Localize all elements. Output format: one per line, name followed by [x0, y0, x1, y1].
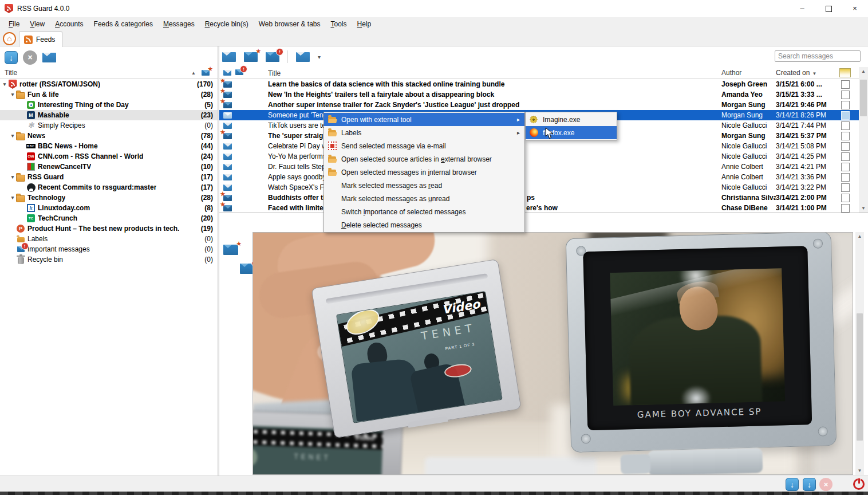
feed-item[interactable]: ▾ Linuxtoday.com (8): [0, 203, 218, 213]
expand-arrow-icon[interactable]: ▾: [1, 81, 8, 87]
feed-item[interactable]: ▾ Recycle bin (0): [0, 254, 218, 265]
feed-item[interactable]: ▾ News (78): [0, 131, 218, 141]
messages-list-header[interactable]: Title Author Created on▼: [219, 67, 859, 79]
minimize-button[interactable]: –: [789, 0, 815, 17]
message-row[interactable]: Apple says goodbye Annie Colbert 3/14/21…: [219, 172, 859, 182]
message-envelope-icon[interactable]: [223, 205, 232, 211]
message-actions-button[interactable]: [296, 52, 310, 62]
context-menu-item[interactable]: Send selected message via e-mail ▸: [324, 139, 524, 152]
messages-scrollbar[interactable]: ▲ ▼: [859, 67, 868, 213]
mark-unread-toolbar-button[interactable]: [244, 52, 258, 62]
message-state-cell[interactable]: [219, 184, 235, 191]
message-flag-box[interactable]: [841, 111, 850, 120]
preview-scrollbar[interactable]: ▲ ▼: [855, 232, 864, 475]
header-created-column[interactable]: Created on▼: [776, 69, 831, 77]
message-flag-box[interactable]: [841, 163, 850, 171]
feed-item[interactable]: ▾ BBC News - Home (44): [0, 141, 218, 151]
home-tab-button[interactable]: ⌂: [3, 32, 16, 45]
feed-item[interactable]: ▾ Simply Recipes (0): [0, 120, 218, 131]
submenu-item[interactable]: Imagine.exe: [526, 113, 617, 126]
context-menu-item[interactable]: Delete selected messages ▸: [324, 218, 524, 231]
feed-item[interactable]: ▾ TechCrunch (20): [0, 213, 218, 223]
menubar-item[interactable]: View: [25, 18, 50, 30]
messages-scrollbar-thumb[interactable]: [860, 80, 867, 116]
message-row[interactable]: Faced with limiteere's how Chase DiBene …: [219, 203, 859, 213]
message-flag-cell[interactable]: [831, 111, 859, 120]
header-title-column[interactable]: Title: [268, 68, 721, 78]
message-flag-cell[interactable]: [831, 173, 859, 182]
statusbar-power-button[interactable]: [853, 478, 865, 490]
preview-scrollbar-thumb[interactable]: [857, 313, 863, 441]
statusbar-download-button[interactable]: ↓: [786, 478, 799, 491]
menubar-item[interactable]: File: [3, 18, 25, 30]
menubar-item[interactable]: Accounts: [50, 18, 88, 30]
message-state-cell[interactable]: [219, 81, 235, 88]
message-envelope-icon[interactable]: [223, 143, 232, 150]
header-read-column[interactable]: [219, 70, 235, 76]
message-row[interactable]: Celebrate Pi Day wit Nicole Gallucci 3/1…: [219, 141, 859, 151]
context-menu-item[interactable]: Switch importance of selected messages ▸: [324, 205, 524, 218]
message-flag-cell[interactable]: [831, 132, 859, 140]
message-flag-box[interactable]: [841, 80, 850, 89]
feeds-header-unread-icon[interactable]: [202, 70, 210, 76]
message-flag-box[interactable]: [841, 132, 850, 140]
message-flag-box[interactable]: [841, 152, 850, 161]
tab-feeds[interactable]: Feeds: [19, 32, 62, 47]
mark-feed-read-button[interactable]: [42, 53, 56, 62]
scroll-up-icon[interactable]: ▲: [859, 69, 868, 74]
message-flag-box[interactable]: [841, 173, 850, 182]
message-flag-cell[interactable]: [831, 91, 859, 99]
message-state-cell[interactable]: [219, 123, 235, 129]
message-flag-cell[interactable]: [831, 101, 859, 109]
preview-scroll-down-icon[interactable]: ▼: [855, 468, 864, 473]
statusbar-download2-button[interactable]: ↓: [803, 478, 816, 491]
message-flag-box[interactable]: [841, 142, 850, 151]
feed-item[interactable]: ▾ RSS Guard (17): [0, 172, 218, 182]
message-row[interactable]: Buddhists offer thps Christianna Silva 3…: [219, 192, 859, 203]
message-flag-box[interactable]: [841, 183, 850, 192]
context-menu-item[interactable]: Mark selected messages as unread ▸: [324, 192, 524, 205]
message-flag-box[interactable]: [841, 194, 850, 202]
header-importance-column[interactable]: [235, 69, 268, 77]
message-flag-box[interactable]: [841, 121, 850, 130]
close-button[interactable]: ×: [842, 0, 868, 17]
context-menu-item[interactable]: Open with external tool ▸: [324, 113, 524, 126]
preview-mark-unread-button[interactable]: [223, 245, 238, 255]
header-flag-column[interactable]: [831, 68, 859, 77]
message-envelope-icon[interactable]: [223, 92, 232, 98]
message-envelope-icon[interactable]: [223, 102, 232, 108]
context-menu-item[interactable]: Open selected source articles in externa…: [324, 152, 524, 166]
message-row[interactable]: Learn the basics of data science with th…: [219, 79, 859, 89]
menubar-item[interactable]: Web browser & tabs: [254, 18, 326, 30]
message-state-cell[interactable]: [219, 112, 235, 119]
message-envelope-icon[interactable]: [223, 184, 232, 191]
message-row[interactable]: Yo-Yo Ma performs s Nicole Gallucci 3/14…: [219, 151, 859, 162]
message-state-cell[interactable]: [219, 143, 235, 150]
cancel-update-button[interactable]: ×: [23, 50, 37, 65]
message-row[interactable]: New 'In the Heights' trailers tell a fai…: [219, 89, 859, 100]
feed-item[interactable]: ▾ Product Hunt – The best new products i…: [0, 223, 218, 234]
scroll-down-icon[interactable]: ▼: [859, 206, 868, 211]
menubar-item[interactable]: Help: [352, 18, 377, 30]
message-flag-box[interactable]: [841, 204, 850, 213]
search-input[interactable]: [775, 50, 861, 62]
expand-arrow-icon[interactable]: ▾: [9, 133, 16, 139]
message-envelope-icon[interactable]: [223, 154, 232, 160]
message-flag-cell[interactable]: [831, 204, 859, 213]
message-state-cell[interactable]: [219, 174, 235, 180]
message-flag-cell[interactable]: [831, 152, 859, 161]
feed-item[interactable]: ▾ Fun & life (28): [0, 89, 218, 100]
feed-item[interactable]: ▾ Important messages (0): [0, 244, 218, 254]
message-flag-cell[interactable]: [831, 163, 859, 171]
context-menu-item[interactable]: Open selected messages in internal brows…: [324, 166, 524, 179]
message-row[interactable]: Dr. Fauci tells Steph Annie Colbert 3/14…: [219, 162, 859, 172]
feed-item[interactable]: ▾ Interesting Thing of the Day (5): [0, 100, 218, 110]
chevron-down-icon[interactable]: ▾: [318, 54, 321, 60]
message-flag-cell[interactable]: [831, 121, 859, 130]
message-row[interactable]: Watch SpaceX's Falc Nicole Gallucci 3/14…: [219, 182, 859, 192]
mark-read-toolbar-button[interactable]: [222, 52, 236, 62]
feed-item[interactable]: ▾ CNN.com - RSS Channel - World (24): [0, 151, 218, 162]
feed-item[interactable]: ▾ Labels (0): [0, 234, 218, 244]
message-envelope-icon[interactable]: [223, 195, 232, 201]
message-envelope-icon[interactable]: [223, 174, 232, 180]
